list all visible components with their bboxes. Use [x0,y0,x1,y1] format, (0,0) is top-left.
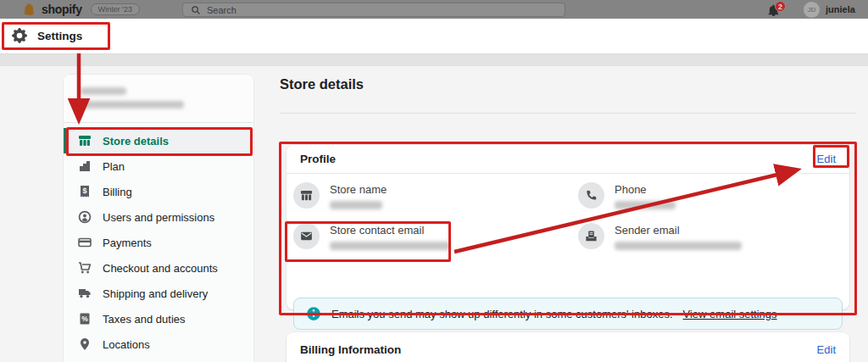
sidebar-item-plan[interactable]: Plan [64,153,253,179]
envelope-icon [300,230,313,242]
phone-label: Phone [615,183,676,196]
sidebar-item-label: Users and permissions [103,211,214,224]
profile-edit-link[interactable]: Edit [817,153,836,165]
sidebar-item-payments[interactable]: Payments [64,230,253,255]
blurred-store-name-value [330,201,382,209]
svg-text:%: % [81,315,88,323]
sidebar-item-label: Billing [103,186,132,198]
sidebar-item-label: Store details [103,135,169,148]
billing-card-header: Billing Information Edit [287,332,849,362]
store-name-field: Store name [293,182,387,209]
sidebar-item-label: Payments [103,237,152,249]
user-avatar[interactable]: JD [804,2,820,18]
phone-field: Phone [578,182,676,209]
sidebar-item-store-details[interactable]: Store details [64,128,253,153]
billing-edit-link[interactable]: Edit [817,343,836,356]
search-input[interactable]: Search [182,3,565,17]
shopify-settings-screen: shopify Winter '23 Search 2 JD juniela S… [0,0,868,362]
settings-header-bar: Settings [0,19,868,53]
sidebar-item-billing[interactable]: $ Billing [64,179,253,204]
settings-sidebar: Store details Plan $ Billing [64,75,253,362]
profile-card-header: Profile Edit [287,145,849,174]
sidebar-item-checkout-and-accounts[interactable]: Checkout and accounts [64,255,253,281]
blurred-sender-email-value [615,242,742,250]
percent-receipt-icon: % [78,312,92,326]
profile-card-title: Profile [300,153,336,165]
user-name[interactable]: juniela [826,4,855,14]
sender-email-label: Sender email [615,224,742,237]
sidebar-item-label: Shipping and delivery [103,287,208,300]
credit-card-icon [78,236,92,249]
phone-icon [585,189,598,202]
store-identity-header [64,75,253,123]
shopify-logo[interactable]: shopify Winter '23 [24,0,140,19]
dollar-receipt-icon: $ [78,185,92,198]
store-name-label: Store name [330,183,387,196]
notification-count-badge: 2 [775,1,786,12]
sidebar-item-label: Plan [103,160,125,173]
map-pin-icon [78,337,92,351]
profile-card: Profile Edit Store name [287,145,849,309]
blurred-store-name [81,87,126,95]
storefront-icon [78,134,92,148]
sidebar-item-locations[interactable]: Locations [64,331,253,357]
top-bar: shopify Winter '23 Search 2 JD juniela [0,0,868,19]
storefront-icon [300,189,313,202]
sidebar-item-users-and-permissions[interactable]: Users and permissions [64,204,253,230]
sender-email-field: Sender email [578,223,742,250]
title-divider [280,113,856,114]
sender-email-icon [585,230,598,242]
page-title: Store details [280,76,364,92]
search-placeholder: Search [207,5,236,15]
settings-title: Settings [37,30,82,42]
store-contact-email-label: Store contact email [330,224,450,237]
blurred-store-email [81,101,184,109]
blurred-contact-email-value [330,242,450,250]
search-icon [191,5,201,15]
view-email-settings-link[interactable]: View email settings [683,308,777,320]
banner-text: Emails you send may show up differently … [331,308,673,320]
sidebar-item-taxes-and-duties[interactable]: % Taxes and duties [64,306,253,331]
blurred-phone-value [615,201,676,209]
person-circle-icon [78,210,92,224]
email-info-banner: Emails you send may show up differently … [293,298,843,330]
sidebar-item-label: Checkout and accounts [103,262,218,275]
store-contact-email-field: Store contact email [293,223,450,250]
version-badge: Winter '23 [91,3,140,15]
stairs-icon [78,159,92,173]
dimmed-page-strip [0,53,868,66]
gear-icon [12,28,27,43]
settings-nav: Store details Plan $ Billing [64,123,253,357]
cart-icon [78,261,92,275]
billing-information-card: Billing Information Edit [287,332,849,362]
sidebar-item-label: Locations [103,338,150,351]
svg-text:$: $ [82,187,86,195]
billing-card-title: Billing Information [300,343,401,356]
info-icon [306,306,321,321]
shopify-wordmark: shopify [42,3,82,16]
shopify-bag-icon [24,3,36,16]
notifications-button[interactable]: 2 [767,3,789,18]
sidebar-item-shipping-and-delivery[interactable]: Shipping and delivery [64,281,253,306]
truck-icon [78,287,92,300]
sidebar-item-label: Taxes and duties [103,313,186,326]
